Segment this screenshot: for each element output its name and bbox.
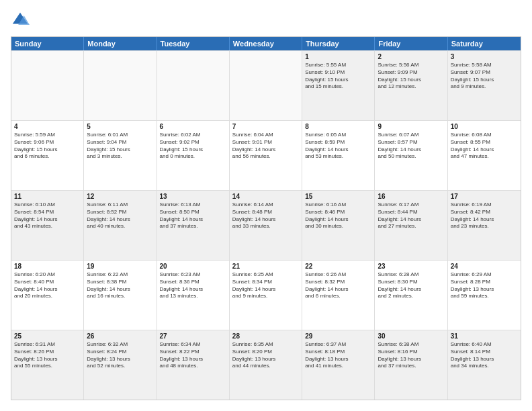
day-number: 30 (378, 332, 444, 340)
day-number: 2 (378, 53, 444, 60)
day-number: 22 (305, 263, 371, 270)
cell-text: Sunrise: 5:58 AM Sunset: 9:07 PM Dayligh… (451, 62, 518, 91)
calendar-row-5: 25Sunrise: 6:31 AM Sunset: 8:26 PM Dayli… (11, 330, 521, 400)
cal-cell-5-3: 27Sunrise: 6:34 AM Sunset: 8:22 PM Dayli… (157, 330, 230, 400)
cal-cell-5-6: 30Sunrise: 6:38 AM Sunset: 8:16 PM Dayli… (375, 330, 447, 400)
cal-cell-1-6: 2Sunrise: 5:56 AM Sunset: 9:09 PM Daylig… (375, 51, 447, 120)
day-number: 12 (87, 193, 153, 200)
cell-text: Sunrise: 6:32 AM Sunset: 8:24 PM Dayligh… (87, 341, 153, 370)
day-number: 23 (378, 263, 444, 270)
cal-cell-2-4: 7Sunrise: 6:04 AM Sunset: 9:01 PM Daylig… (230, 121, 302, 190)
cell-text: Sunrise: 6:31 AM Sunset: 8:26 PM Dayligh… (14, 341, 81, 370)
cell-text: Sunrise: 6:02 AM Sunset: 9:02 PM Dayligh… (160, 132, 226, 161)
calendar-body: 1Sunrise: 5:55 AM Sunset: 9:10 PM Daylig… (11, 50, 521, 400)
day-number: 31 (451, 332, 518, 340)
day-number: 28 (232, 332, 299, 340)
header-day-tuesday: Tuesday (157, 37, 230, 50)
cell-text: Sunrise: 6:13 AM Sunset: 8:50 PM Dayligh… (160, 201, 226, 230)
header-day-monday: Monday (84, 37, 157, 50)
cal-cell-4-6: 23Sunrise: 6:28 AM Sunset: 8:30 PM Dayli… (375, 261, 447, 330)
cell-text: Sunrise: 6:35 AM Sunset: 8:20 PM Dayligh… (232, 341, 299, 370)
cell-text: Sunrise: 6:40 AM Sunset: 8:14 PM Dayligh… (451, 341, 518, 370)
header-day-friday: Friday (375, 37, 447, 50)
cal-cell-5-4: 28Sunrise: 6:35 AM Sunset: 8:20 PM Dayli… (230, 330, 302, 400)
header-day-sunday: Sunday (11, 37, 84, 50)
cell-text: Sunrise: 6:14 AM Sunset: 8:48 PM Dayligh… (232, 201, 299, 230)
cal-cell-2-1: 4Sunrise: 5:59 AM Sunset: 9:06 PM Daylig… (11, 121, 84, 190)
calendar-row-4: 18Sunrise: 6:20 AM Sunset: 8:40 PM Dayli… (11, 260, 521, 330)
day-number: 17 (451, 193, 518, 200)
day-number: 7 (232, 123, 299, 130)
day-number: 8 (305, 123, 371, 130)
cal-cell-5-1: 25Sunrise: 6:31 AM Sunset: 8:26 PM Dayli… (11, 330, 84, 400)
cell-text: Sunrise: 6:01 AM Sunset: 9:04 PM Dayligh… (87, 132, 153, 161)
cal-cell-1-3 (157, 51, 230, 120)
day-number: 13 (160, 193, 226, 200)
calendar: SundayMondayTuesdayWednesdayThursdayFrid… (11, 36, 521, 400)
cell-text: Sunrise: 6:37 AM Sunset: 8:18 PM Dayligh… (305, 341, 371, 370)
cell-text: Sunrise: 6:22 AM Sunset: 8:38 PM Dayligh… (87, 271, 153, 300)
cell-text: Sunrise: 6:25 AM Sunset: 8:34 PM Dayligh… (232, 271, 299, 300)
cal-cell-5-2: 26Sunrise: 6:32 AM Sunset: 8:24 PM Dayli… (84, 330, 157, 400)
day-number: 5 (87, 123, 153, 130)
calendar-row-1: 1Sunrise: 5:55 AM Sunset: 9:10 PM Daylig… (11, 50, 521, 120)
cal-cell-4-4: 21Sunrise: 6:25 AM Sunset: 8:34 PM Dayli… (230, 261, 302, 330)
cell-text: Sunrise: 5:59 AM Sunset: 9:06 PM Dayligh… (14, 132, 81, 161)
cal-cell-4-3: 20Sunrise: 6:23 AM Sunset: 8:36 PM Dayli… (157, 261, 230, 330)
logo (11, 11, 32, 30)
day-number: 26 (87, 332, 153, 340)
cal-cell-3-1: 11Sunrise: 6:10 AM Sunset: 8:54 PM Dayli… (11, 191, 84, 260)
calendar-row-3: 11Sunrise: 6:10 AM Sunset: 8:54 PM Dayli… (11, 190, 521, 260)
cal-cell-4-5: 22Sunrise: 6:26 AM Sunset: 8:32 PM Dayli… (302, 261, 375, 330)
cell-text: Sunrise: 6:28 AM Sunset: 8:30 PM Dayligh… (378, 271, 444, 300)
cell-text: Sunrise: 6:08 AM Sunset: 8:55 PM Dayligh… (451, 132, 518, 161)
cal-cell-3-2: 12Sunrise: 6:11 AM Sunset: 8:52 PM Dayli… (84, 191, 157, 260)
cell-text: Sunrise: 6:19 AM Sunset: 8:42 PM Dayligh… (451, 201, 518, 230)
day-number: 10 (451, 123, 518, 130)
calendar-header: SundayMondayTuesdayWednesdayThursdayFrid… (11, 37, 521, 50)
day-number: 6 (160, 123, 226, 130)
cell-text: Sunrise: 6:38 AM Sunset: 8:16 PM Dayligh… (378, 341, 444, 370)
cal-cell-3-6: 16Sunrise: 6:17 AM Sunset: 8:44 PM Dayli… (375, 191, 447, 260)
cal-cell-3-5: 15Sunrise: 6:16 AM Sunset: 8:46 PM Dayli… (302, 191, 375, 260)
cell-text: Sunrise: 6:23 AM Sunset: 8:36 PM Dayligh… (160, 271, 226, 300)
cell-text: Sunrise: 6:10 AM Sunset: 8:54 PM Dayligh… (14, 201, 81, 230)
day-number: 24 (451, 263, 518, 270)
cal-cell-1-7: 3Sunrise: 5:58 AM Sunset: 9:07 PM Daylig… (448, 51, 521, 120)
cal-cell-1-5: 1Sunrise: 5:55 AM Sunset: 9:10 PM Daylig… (302, 51, 375, 120)
cal-cell-1-1 (11, 51, 84, 120)
day-number: 19 (87, 263, 153, 270)
cal-cell-2-2: 5Sunrise: 6:01 AM Sunset: 9:04 PM Daylig… (84, 121, 157, 190)
cal-cell-5-5: 29Sunrise: 6:37 AM Sunset: 8:18 PM Dayli… (302, 330, 375, 400)
cal-cell-5-7: 31Sunrise: 6:40 AM Sunset: 8:14 PM Dayli… (448, 330, 521, 400)
cell-text: Sunrise: 6:34 AM Sunset: 8:22 PM Dayligh… (160, 341, 226, 370)
cell-text: Sunrise: 6:11 AM Sunset: 8:52 PM Dayligh… (87, 201, 153, 230)
cal-cell-2-7: 10Sunrise: 6:08 AM Sunset: 8:55 PM Dayli… (448, 121, 521, 190)
day-number: 18 (14, 263, 81, 270)
cal-cell-4-2: 19Sunrise: 6:22 AM Sunset: 8:38 PM Dayli… (84, 261, 157, 330)
header (11, 11, 521, 30)
day-number: 4 (14, 123, 81, 130)
day-number: 15 (305, 193, 371, 200)
day-number: 14 (232, 193, 299, 200)
cal-cell-4-1: 18Sunrise: 6:20 AM Sunset: 8:40 PM Dayli… (11, 261, 84, 330)
calendar-row-2: 4Sunrise: 5:59 AM Sunset: 9:06 PM Daylig… (11, 120, 521, 190)
cal-cell-2-5: 8Sunrise: 6:05 AM Sunset: 8:59 PM Daylig… (302, 121, 375, 190)
day-number: 20 (160, 263, 226, 270)
cell-text: Sunrise: 6:04 AM Sunset: 9:01 PM Dayligh… (232, 132, 299, 161)
header-day-wednesday: Wednesday (230, 37, 302, 50)
cal-cell-2-6: 9Sunrise: 6:07 AM Sunset: 8:57 PM Daylig… (375, 121, 447, 190)
header-day-thursday: Thursday (302, 37, 375, 50)
day-number: 1 (305, 53, 371, 60)
day-number: 25 (14, 332, 81, 340)
cell-text: Sunrise: 6:16 AM Sunset: 8:46 PM Dayligh… (305, 201, 371, 230)
cell-text: Sunrise: 6:26 AM Sunset: 8:32 PM Dayligh… (305, 271, 371, 300)
cell-text: Sunrise: 5:55 AM Sunset: 9:10 PM Dayligh… (305, 62, 371, 91)
day-number: 9 (378, 123, 444, 130)
cell-text: Sunrise: 6:05 AM Sunset: 8:59 PM Dayligh… (305, 132, 371, 161)
day-number: 16 (378, 193, 444, 200)
cal-cell-3-7: 17Sunrise: 6:19 AM Sunset: 8:42 PM Dayli… (448, 191, 521, 260)
cal-cell-3-4: 14Sunrise: 6:14 AM Sunset: 8:48 PM Dayli… (230, 191, 302, 260)
cal-cell-1-2 (84, 51, 157, 120)
day-number: 27 (160, 332, 226, 340)
